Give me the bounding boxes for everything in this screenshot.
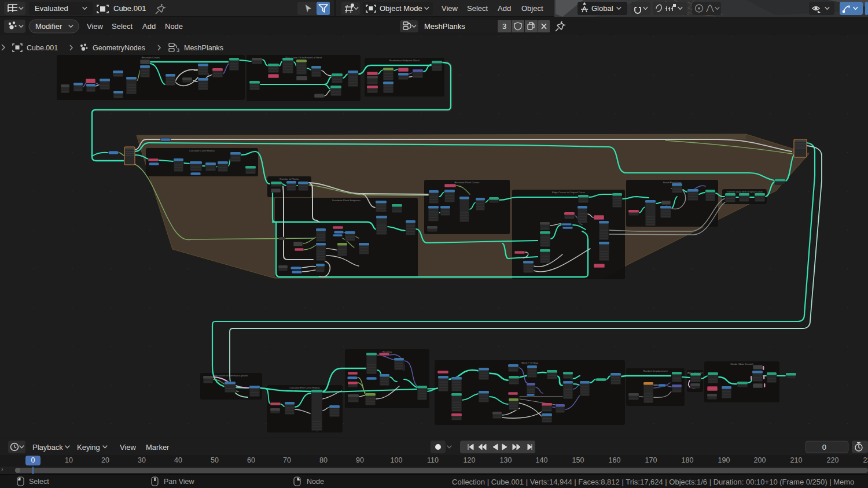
svg-text:Select: Select — [467, 4, 488, 13]
svg-text:Collection | Cube.001 | Verts:: Collection | Cube.001 | Verts:14,944 | F… — [452, 478, 854, 486]
svg-text:Transfer Data Item Original Cu: Transfer Data Item Original Curve — [726, 190, 763, 193]
svg-text:Node: Node — [307, 478, 324, 486]
svg-text:Random Displacement: Random Displacement — [643, 369, 668, 372]
svg-text:View: View — [442, 4, 458, 13]
svg-text:Add: Add — [498, 4, 511, 13]
svg-text:GeometryNodes: GeometryNodes — [93, 44, 145, 52]
svg-text:Select: Select — [112, 22, 133, 31]
svg-text:Number of Planks: Number of Planks — [279, 178, 299, 180]
svg-text:Node: Node — [165, 22, 183, 31]
svg-text:Modifier: Modifier — [35, 22, 62, 31]
svg-text:MeshPlanks: MeshPlanks — [424, 22, 465, 31]
svg-text:Evaluated: Evaluated — [35, 4, 68, 13]
svg-text:3: 3 — [176, 47, 179, 53]
svg-text:View: View — [87, 22, 104, 31]
svg-text:Calculate Curve Radius: Calculate Curve Radius — [189, 149, 215, 152]
svg-text:Calculate End Curve Radius: Calculate End Curve Radius — [289, 386, 320, 389]
svg-text:0: 0 — [822, 443, 826, 452]
svg-text:View: View — [120, 443, 137, 452]
svg-text:Recreate Curves: Recreate Curves — [142, 56, 160, 59]
svg-text:Object: Object — [521, 4, 543, 13]
svg-text:Resolution of continuous plank: Resolution of continuous planks — [214, 374, 248, 377]
svg-text:MeshPlanks: MeshPlanks — [184, 44, 223, 52]
svg-text:Add: Add — [142, 22, 156, 31]
svg-text:Edge Curves to Original Curve: Edge Curves to Original Curve — [552, 191, 585, 194]
svg-text:Keying: Keying — [77, 443, 100, 452]
svg-text:Mesh ? Of Map: Mesh ? Of Map — [521, 361, 538, 364]
svg-text:Global: Global — [591, 4, 613, 13]
svg-text:Object Mode: Object Mode — [380, 4, 422, 13]
svg-text:Cube.001: Cube.001 — [27, 44, 58, 52]
svg-text:Playback: Playback — [32, 443, 63, 452]
svg-text:Distribute Plank Endpoints: Distribute Plank Endpoints — [332, 199, 361, 202]
svg-text:Cube.001: Cube.001 — [113, 4, 146, 13]
svg-text:Pan View: Pan View — [164, 478, 195, 486]
svg-text:3: 3 — [502, 22, 506, 31]
svg-text:Randomize Endpoint Wheel: Randomize Endpoint Wheel — [389, 59, 420, 62]
svg-text:Marker: Marker — [146, 443, 170, 452]
svg-text:Select: Select — [29, 478, 49, 486]
svg-text:Shade / Auto Smooth: Shade / Auto Smooth — [730, 363, 753, 365]
svg-text:Recreate Plank Curves: Recreate Plank Curves — [454, 181, 479, 184]
